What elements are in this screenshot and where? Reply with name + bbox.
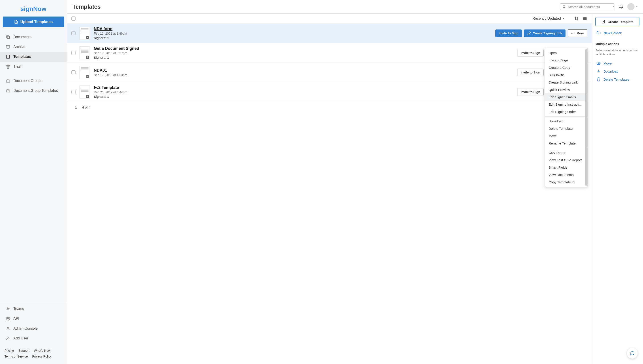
view-list-icon[interactable]: [583, 16, 587, 21]
menu-item-edit-signer-emails[interactable]: Edit Signer Emails: [545, 93, 588, 101]
new-folder-link[interactable]: New Folder: [596, 29, 640, 37]
nav-bottom: TeamsAPIAdmin ConsoleAdd User: [0, 302, 67, 345]
svg-point-9: [7, 337, 8, 338]
gear-icon: [6, 316, 10, 321]
nav-item-document-group-templates[interactable]: Document Group Templates: [0, 86, 67, 96]
invite-to-sign-button[interactable]: Invite to Sign: [517, 68, 544, 76]
menu-separator: [545, 116, 588, 116]
row-info: NDA formFeb 12, 2021 at 1:46pmSigners: 1: [94, 26, 491, 40]
menu-item-bulk-invite[interactable]: Bulk Invite: [545, 71, 588, 78]
nav-item-api[interactable]: API: [0, 314, 67, 324]
row-date: Sep 17, 2019 at 5:37pm: [94, 51, 513, 55]
rp-action-download[interactable]: Download: [596, 67, 640, 75]
link-icon: [527, 32, 531, 35]
nav-item-archive[interactable]: Archive: [0, 42, 67, 52]
user-plus-icon: [6, 336, 10, 340]
select-all-checkbox[interactable]: [72, 16, 76, 20]
nav-item-teams[interactable]: Teams: [0, 304, 67, 314]
rp-action-delete-templates[interactable]: Delete Templates: [596, 75, 640, 83]
document-thumbnail: T: [80, 46, 90, 60]
template-row[interactable]: TNDA01Sep 17, 2019 at 4:33pmInvite to Si…: [67, 63, 592, 82]
more-dropdown-menu: OpenInvite to SignCreate a CopyBulk Invi…: [545, 48, 588, 187]
content: Recently Updated TNDA formFeb 12, 2021 a…: [67, 14, 643, 364]
row-signers: Signers: 1: [94, 95, 513, 98]
nav-item-document-groups[interactable]: Document Groups: [0, 76, 67, 86]
footer-link-what-s-new[interactable]: What's New: [34, 349, 50, 352]
template-plus-icon: [602, 20, 606, 24]
svg-rect-11: [583, 17, 587, 18]
nav-item-admin-console[interactable]: Admin Console: [0, 324, 67, 334]
search-box[interactable]: [560, 3, 614, 10]
menu-item-csv-report[interactable]: CSV Report: [545, 149, 588, 156]
menu-item-delete-template[interactable]: Delete Template: [545, 125, 588, 132]
svg-rect-1: [6, 45, 10, 46]
create-template-button[interactable]: Create Template: [596, 17, 640, 26]
page-title: Templates: [72, 3, 560, 10]
menu-item-view-documents[interactable]: View Documents: [545, 171, 588, 178]
footer-link-pricing[interactable]: Pricing: [4, 349, 14, 352]
menu-item-create-signing-link[interactable]: Create Signing Link: [545, 78, 588, 86]
row-checkbox[interactable]: [72, 90, 76, 94]
user-menu[interactable]: [627, 3, 638, 10]
nav-item-documents[interactable]: Documents: [0, 32, 67, 42]
copy-icon: [6, 35, 10, 39]
svg-point-16: [574, 33, 574, 34]
invite-to-sign-button[interactable]: Invite to Sign: [517, 88, 544, 96]
menu-item-edit-signing-order[interactable]: Edit Signing Order: [545, 108, 588, 116]
nav-label: Add User: [14, 336, 28, 340]
template-row[interactable]: TGet a Document SignedSep 17, 2019 at 5:…: [67, 43, 592, 63]
svg-rect-3: [6, 80, 10, 82]
chevron-down-icon: [562, 17, 565, 20]
search-input[interactable]: [568, 5, 610, 9]
template-row[interactable]: TNDA formFeb 12, 2021 at 1:46pmSigners: …: [67, 24, 592, 43]
user-icon: [6, 326, 10, 331]
create-signing-link-button[interactable]: Create Signing Link: [524, 30, 565, 37]
menu-item-quick-preview[interactable]: Quick Preview: [545, 86, 588, 93]
chat-fab[interactable]: [627, 348, 638, 359]
rp-action-move[interactable]: Move: [596, 59, 640, 67]
row-title[interactable]: Get a Document Signed: [94, 46, 513, 51]
move-icon: [596, 61, 601, 66]
nav-item-templates[interactable]: Templates: [0, 52, 67, 62]
new-folder-label: New Folder: [604, 31, 622, 35]
nav-label: Teams: [14, 307, 24, 311]
menu-item-invite-to-sign[interactable]: Invite to Sign: [545, 56, 588, 64]
menu-item-smart-fields[interactable]: Smart Fields: [545, 164, 588, 171]
invite-to-sign-button[interactable]: Invite to Sign: [517, 49, 544, 57]
svg-rect-0: [7, 36, 10, 39]
row-checkbox[interactable]: [72, 51, 76, 55]
chevron-down-icon[interactable]: [612, 5, 615, 8]
row-title[interactable]: NDA form: [94, 26, 491, 31]
invite-to-sign-button[interactable]: Invite to Sign: [495, 30, 522, 37]
menu-item-move[interactable]: Move: [545, 132, 588, 140]
menu-item-edit-signing-instructi-[interactable]: Edit Signing Instructi…: [545, 101, 588, 108]
logo: signNow: [0, 0, 67, 16]
upload-templates-button[interactable]: Upload Templates: [3, 16, 64, 27]
more-button[interactable]: More: [568, 29, 587, 37]
footer-link-privacy-policy[interactable]: Privacy Policy: [32, 354, 52, 358]
sort-order-icon[interactable]: [574, 16, 579, 21]
brand-text: signNow: [20, 5, 46, 12]
template-row[interactable]: Tfw2 TemplateDec 21, 2017 at 6:44pmSigne…: [67, 82, 592, 102]
svg-point-15: [572, 33, 573, 34]
scrollbar[interactable]: [586, 49, 587, 186]
avatar: [627, 3, 634, 10]
row-checkbox[interactable]: [72, 70, 76, 74]
row-title[interactable]: fw2 Template: [94, 85, 513, 90]
row-title[interactable]: NDA01: [94, 68, 513, 73]
nav-item-trash[interactable]: Trash: [0, 62, 67, 72]
nav-item-add-user[interactable]: Add User: [0, 334, 67, 343]
trash-icon: [6, 64, 10, 69]
menu-item-view-last-csv-report[interactable]: View Last CSV Report: [545, 156, 588, 164]
bell-icon[interactable]: [619, 4, 623, 9]
menu-item-create-a-copy[interactable]: Create a Copy: [545, 64, 588, 71]
sort-dropdown[interactable]: Recently Updated: [532, 16, 565, 20]
menu-item-open[interactable]: Open: [545, 49, 588, 56]
menu-item-rename-template[interactable]: Rename Template: [545, 140, 588, 147]
svg-rect-13: [583, 19, 587, 20]
row-checkbox[interactable]: [72, 31, 76, 35]
footer-link-support[interactable]: Support: [18, 349, 30, 352]
menu-item-copy-template-id[interactable]: Copy Template Id: [545, 178, 588, 186]
menu-item-download[interactable]: Download: [545, 118, 588, 125]
footer-link-terms-of-service[interactable]: Terms of Service: [4, 354, 28, 358]
